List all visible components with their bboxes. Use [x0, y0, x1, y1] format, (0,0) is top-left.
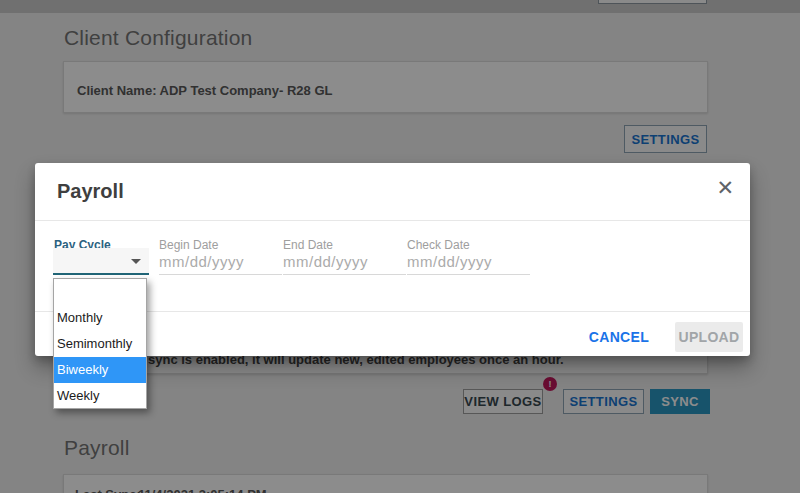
- dropdown-option-blank[interactable]: [54, 279, 146, 305]
- close-icon[interactable]: ✕: [716, 177, 734, 198]
- dropdown-option-weekly[interactable]: Weekly: [54, 383, 146, 409]
- end-date-input[interactable]: [283, 248, 406, 275]
- check-date-input[interactable]: [407, 248, 530, 275]
- title-divider: [35, 220, 750, 221]
- upload-button[interactable]: UPLOAD: [675, 322, 743, 352]
- pay-cycle-select[interactable]: [53, 248, 149, 275]
- dialog-title: Payroll: [57, 180, 124, 203]
- dropdown-option-monthly[interactable]: Monthly: [54, 305, 146, 331]
- pay-cycle-dropdown-list: Monthly Semimonthly Biweekly Weekly: [53, 278, 147, 409]
- dropdown-option-biweekly[interactable]: Biweekly: [54, 357, 146, 383]
- begin-date-input[interactable]: [159, 248, 282, 275]
- dropdown-option-semimonthly[interactable]: Semimonthly: [54, 331, 146, 357]
- cancel-button[interactable]: CANCEL: [589, 329, 649, 345]
- chevron-down-icon: [131, 259, 141, 264]
